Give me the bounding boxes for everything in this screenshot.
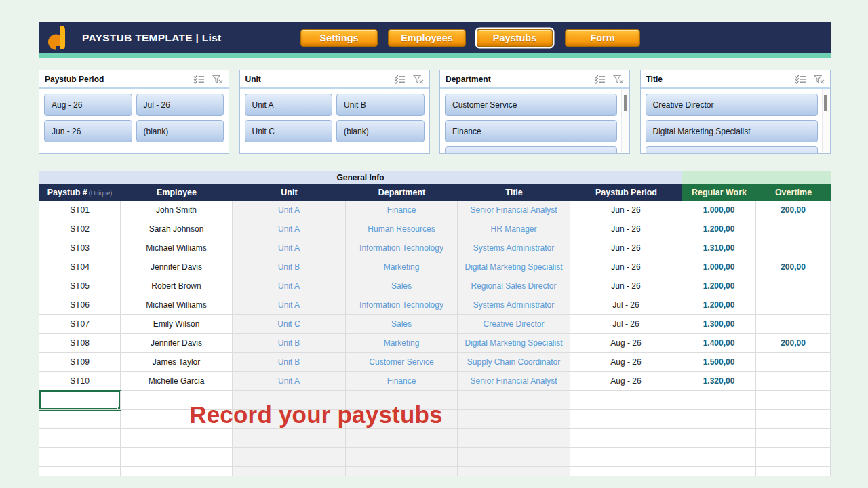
slicer-item-unit-b[interactable]: Unit B (336, 94, 425, 116)
empty-cell-paystub-period[interactable] (570, 448, 682, 467)
empty-cell-department[interactable] (346, 410, 458, 429)
slicer-item-digital-marketing-specialist[interactable]: Digital Marketing Specialist (646, 120, 818, 142)
cell-paystub-period[interactable]: Jul - 26 (570, 315, 682, 334)
empty-cell-overtime[interactable] (756, 448, 831, 467)
empty-cell-unit[interactable] (233, 391, 346, 410)
cell-unit[interactable]: Unit B (233, 334, 346, 353)
cell-paystub-period[interactable]: Aug - 26 (570, 334, 682, 353)
nav-button-form[interactable]: Form (565, 29, 640, 47)
empty-cell-title[interactable] (458, 448, 570, 467)
header-cell-department[interactable]: Department (346, 184, 458, 201)
empty-cell-department[interactable] (346, 391, 458, 410)
cell-paystub-id[interactable]: ST08 (39, 334, 121, 353)
empty-cell-overtime[interactable] (756, 467, 831, 476)
scrollbar-thumb[interactable] (624, 95, 627, 111)
cell-title[interactable]: Senior Financial Analyst (458, 372, 570, 391)
cell-regular-work[interactable]: 1.000,00 (682, 258, 756, 277)
clear-filter-icon[interactable] (613, 75, 624, 84)
empty-cell-department[interactable] (346, 429, 458, 448)
header-cell-regular-work[interactable]: Regular Work (682, 184, 756, 201)
cell-regular-work[interactable]: 1.200,00 (682, 296, 756, 315)
slicer-item-creative-director[interactable]: Creative Director (646, 94, 818, 116)
cell-unit[interactable]: Unit A (233, 296, 346, 315)
cell-department[interactable]: Finance (346, 201, 458, 220)
empty-cell-paystub-id[interactable] (39, 410, 121, 429)
slicer-item-jun-26[interactable]: Jun - 26 (44, 120, 132, 142)
cell-regular-work[interactable]: 1.320,00 (682, 372, 756, 391)
cell-department[interactable]: Sales (346, 315, 458, 334)
cell-overtime[interactable]: 200,00 (756, 258, 831, 277)
scrollbar[interactable] (822, 89, 829, 152)
header-cell-paystub-id[interactable]: Paystub #(Unique) (39, 184, 121, 201)
empty-cell-paystub-period[interactable] (570, 410, 682, 429)
cell-employee[interactable]: Michael Williams (121, 239, 233, 258)
cell-paystub-period[interactable]: Jul - 26 (570, 296, 682, 315)
nav-button-employees[interactable]: Employees (388, 29, 466, 47)
cell-employee[interactable]: Emily Wilson (121, 315, 233, 334)
empty-cell-title[interactable] (458, 467, 570, 476)
empty-cell-regular-work[interactable] (682, 429, 756, 448)
slicer-item-unit-a[interactable]: Unit A (245, 94, 333, 116)
selected-cell[interactable] (39, 391, 121, 410)
cell-employee[interactable]: Jennifer Davis (121, 334, 233, 353)
cell-department[interactable]: Human Resources (346, 220, 458, 239)
cell-paystub-id[interactable]: ST10 (39, 372, 121, 391)
cell-department[interactable]: Customer Service (346, 353, 458, 372)
cell-paystub-period[interactable]: Aug - 26 (570, 372, 682, 391)
slicer-item-customer-service[interactable]: Customer Service (445, 94, 617, 116)
clear-filter-icon[interactable] (814, 75, 825, 84)
empty-cell-paystub-period[interactable] (570, 391, 682, 410)
fill-handle[interactable] (117, 407, 121, 410)
cell-paystub-id[interactable]: ST07 (39, 315, 121, 334)
empty-cell-employee[interactable] (121, 429, 233, 448)
cell-overtime[interactable] (756, 220, 831, 239)
cell-paystub-id[interactable]: ST01 (39, 201, 121, 220)
cell-regular-work[interactable]: 1.400,00 (682, 334, 756, 353)
header-cell-unit[interactable]: Unit (233, 184, 346, 201)
empty-cell-paystub-id[interactable] (39, 448, 121, 467)
cell-overtime[interactable] (756, 353, 831, 372)
cell-overtime[interactable] (756, 296, 831, 315)
header-cell-overtime[interactable]: Overtime (756, 184, 831, 201)
cell-unit[interactable]: Unit A (233, 372, 346, 391)
cell-regular-work[interactable]: 1.200,00 (682, 220, 756, 239)
cell-title[interactable]: Systems Administrator (458, 296, 570, 315)
cell-paystub-id[interactable]: ST06 (39, 296, 121, 315)
cell-unit[interactable]: Unit B (233, 258, 346, 277)
cell-paystub-id[interactable]: ST04 (39, 258, 121, 277)
cell-regular-work[interactable]: 1.310,00 (682, 239, 756, 258)
cell-department[interactable]: Information Technology (346, 296, 458, 315)
slicer-item-unit-c[interactable]: Unit C (245, 120, 333, 142)
cell-paystub-period[interactable]: Jun - 26 (570, 258, 682, 277)
empty-cell-overtime[interactable] (756, 410, 831, 429)
cell-paystub-id[interactable]: ST02 (39, 220, 121, 239)
cell-paystub-id[interactable]: ST03 (39, 239, 121, 258)
cell-department[interactable]: Marketing (346, 334, 458, 353)
multi-select-icon[interactable] (594, 75, 606, 84)
header-cell-paystub-period[interactable]: Paystub Period (570, 184, 682, 201)
cell-paystub-id[interactable]: ST05 (39, 277, 121, 296)
cell-employee[interactable]: Sarah Johnson (121, 220, 233, 239)
cell-department[interactable]: Marketing (346, 258, 458, 277)
clear-filter-icon[interactable] (212, 75, 223, 84)
cell-title[interactable]: Digital Marketing Specialist (458, 334, 570, 353)
cell-overtime[interactable] (756, 315, 831, 334)
cell-regular-work[interactable]: 1.500,00 (682, 353, 756, 372)
cell-unit[interactable]: Unit C (233, 315, 346, 334)
multi-select-icon[interactable] (394, 75, 406, 84)
nav-button-paystubs[interactable]: Paystubs (477, 29, 553, 47)
slicer-item-blank[interactable]: (blank) (136, 120, 224, 142)
empty-cell-employee[interactable] (121, 391, 233, 410)
empty-cell-employee[interactable] (121, 448, 233, 467)
empty-cell-paystub-id[interactable] (39, 429, 121, 448)
empty-cell-unit[interactable] (233, 448, 346, 467)
empty-cell-title[interactable] (458, 391, 570, 410)
header-cell-employee[interactable]: Employee (121, 184, 233, 201)
cell-department[interactable]: Information Technology (346, 239, 458, 258)
cell-paystub-period[interactable]: Aug - 26 (570, 353, 682, 372)
cell-unit[interactable]: Unit A (233, 277, 346, 296)
empty-cell-unit[interactable] (233, 467, 346, 476)
scrollbar[interactable] (621, 89, 629, 152)
cell-overtime[interactable] (756, 239, 831, 258)
empty-cell-unit[interactable] (233, 410, 346, 429)
